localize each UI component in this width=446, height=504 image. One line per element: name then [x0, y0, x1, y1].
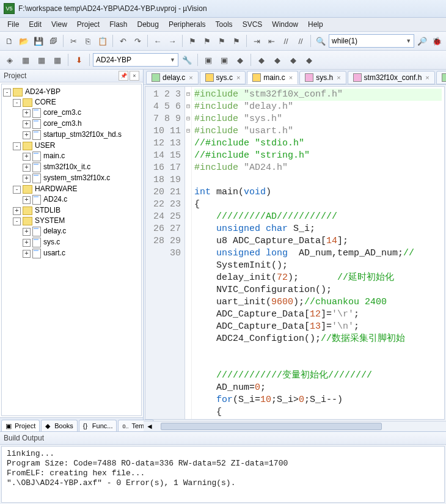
menu-flash[interactable]: Flash [104, 19, 132, 30]
target-combo-text: AD24-YBP [96, 56, 131, 64]
batch-build-button[interactable]: ▦ [50, 53, 65, 67]
menu-tools[interactable]: Tools [211, 19, 238, 30]
tool4-button[interactable]: ◆ [302, 53, 316, 67]
menu-edit[interactable]: Edit [24, 19, 46, 30]
tree-node[interactable]: -HARDWARE [3, 184, 140, 194]
file-tab[interactable]: AD2× [436, 71, 446, 84]
file-tab[interactable]: delay.c× [146, 71, 199, 84]
tree-node[interactable]: +core_cm3.c [3, 108, 140, 119]
build-button[interactable]: ▦ [18, 53, 33, 67]
app-icon: V5 [4, 3, 15, 14]
scroll-left-icon[interactable]: ◄ [146, 422, 153, 431]
file-tab[interactable]: sys.h× [299, 71, 346, 84]
save-button[interactable]: 💾 [32, 34, 45, 48]
comment-button[interactable]: // [279, 34, 293, 48]
body: Project 📌 × -AD24-YBP-CORE+core_cm3.c+co… [0, 70, 446, 431]
tree-node[interactable]: +main.c [3, 151, 140, 162]
nav-fwd-button[interactable]: → [166, 34, 179, 48]
menu-project[interactable]: Project [72, 19, 104, 30]
find-combo-text: while(1) [332, 37, 357, 45]
horizontal-scrollbar[interactable]: ◄ [144, 421, 446, 431]
bookmark-next-button[interactable]: ⚑ [215, 34, 228, 48]
tree-node[interactable]: +core_cm3.h [3, 119, 140, 130]
menu-file[interactable]: File [2, 19, 24, 30]
fold-column[interactable]: ⊟ ⊟ ⊟ ⊟ [185, 87, 192, 419]
open-file-button[interactable]: 📂 [17, 34, 31, 48]
code-editor[interactable]: 1 2 3 4 5 6 7 8 9 10 11 12 13 14 15 16 1… [145, 86, 445, 420]
project-pane-header: Project 📌 × [0, 70, 143, 82]
tool1-button[interactable]: ◆ [254, 53, 269, 67]
bookmark-prev-button[interactable]: ⚑ [200, 34, 214, 48]
tree-node[interactable]: -CORE [3, 97, 140, 108]
code-area[interactable]: #include "stm32f10x_conf.h"#include "del… [192, 87, 444, 419]
tool3-button[interactable]: ◆ [286, 53, 301, 67]
close-icon: × [425, 74, 429, 81]
build-output-header: Build Output [0, 432, 446, 445]
books-button[interactable]: ◆ [233, 53, 247, 67]
pane-close-icon[interactable]: × [130, 71, 139, 81]
build-output-text[interactable]: linking... Program Size: Code=7488 RO-da… [1, 446, 445, 503]
close-icon: × [189, 74, 192, 81]
undo-button[interactable]: ↶ [116, 34, 130, 48]
project-tree[interactable]: -AD24-YBP-CORE+core_cm3.c+core_cm3.h+sta… [1, 84, 142, 416]
uncomment-button[interactable]: // [294, 34, 307, 48]
title-bar: V5 F:\workspace temp\AD24-YBP\AD24-YBP.u… [0, 0, 446, 18]
cut-button[interactable]: ✂ [67, 34, 80, 48]
bottom-tab-books[interactable]: ◆Books [41, 420, 78, 431]
tree-node[interactable]: +sys.c [3, 237, 140, 248]
translate-button[interactable]: ◈ [2, 53, 17, 67]
tool2-button[interactable]: ◆ [270, 53, 285, 67]
debug-button[interactable]: 🐞 [430, 34, 444, 48]
bottom-tab-project[interactable]: ▣Project [1, 420, 40, 431]
copy-button[interactable]: ⎘ [81, 34, 95, 48]
nav-back-button[interactable]: ← [151, 34, 164, 48]
file-tab[interactable]: stm32f10x_conf.h× [348, 71, 435, 84]
menu-view[interactable]: View [46, 19, 72, 30]
tree-node[interactable]: +stm32f10x_it.c [3, 162, 140, 173]
editor-pane: delay.c×sys.c×main.c×sys.h×stm32f10x_con… [144, 70, 446, 431]
tree-node[interactable]: +STDLIB [3, 205, 140, 216]
tree-node[interactable]: +delay.c [3, 226, 140, 237]
tree-node[interactable]: +startup_stm32f10x_hd.s [3, 130, 140, 141]
tree-node[interactable]: +system_stm32f10x.c [3, 173, 140, 184]
bookmark-button[interactable]: ⚑ [186, 34, 199, 48]
outdent-button[interactable]: ⇤ [265, 34, 278, 48]
download-button[interactable]: ⬇ [71, 53, 86, 67]
menu-help[interactable]: Help [303, 19, 328, 30]
project-pane-title: Project [4, 71, 26, 80]
toolbar-main: 🗋 📂 💾 🗊 ✂ ⎘ 📋 ↶ ↷ ← → ⚑ ⚑ ⚑ ⚑ ⇥ ⇤ // // … [0, 32, 446, 51]
redo-button[interactable]: ↷ [131, 34, 144, 48]
find-combo[interactable]: while(1)▼ [329, 34, 414, 48]
tree-node[interactable]: +usart.c [3, 248, 140, 259]
tree-node[interactable]: -USER [3, 141, 140, 151]
paste-button[interactable]: 📋 [96, 34, 109, 48]
chevron-down-icon: ▼ [170, 57, 175, 63]
options-button[interactable]: 🔧 [180, 53, 194, 67]
bookmark-clear-button[interactable]: ⚑ [230, 34, 243, 48]
file-ext-button[interactable]: ▣ [217, 53, 232, 67]
file-tab[interactable]: sys.c× [200, 71, 246, 84]
manage-button[interactable]: ▣ [201, 53, 216, 67]
pane-pin-icon[interactable]: 📌 [119, 71, 128, 81]
menu-debug[interactable]: Debug [133, 19, 164, 30]
indent-button[interactable]: ⇥ [250, 34, 263, 48]
bottom-tab-func[interactable]: {}Func... [79, 420, 117, 431]
tree-node[interactable]: -SYSTEM [3, 216, 140, 226]
scroll-thumb[interactable] [161, 423, 382, 430]
menu-bar: FileEditViewProjectFlashDebugPeripherals… [0, 18, 446, 32]
tree-node[interactable]: -AD24-YBP [3, 87, 140, 97]
menu-window[interactable]: Window [267, 19, 303, 30]
menu-svcs[interactable]: SVCS [238, 19, 268, 30]
file-tab[interactable]: main.c× [247, 71, 298, 84]
menu-peripherals[interactable]: Peripherals [164, 19, 211, 30]
find-in-files-button[interactable]: 🔎 [415, 34, 429, 48]
file-tabs: delay.c×sys.c×main.c×sys.h×stm32f10x_con… [144, 70, 446, 85]
window-title: F:\workspace temp\AD24-YBP\AD24-YBP.uvpr… [18, 4, 207, 13]
target-combo[interactable]: AD24-YBP▼ [93, 53, 178, 67]
rebuild-button[interactable]: ▦ [34, 53, 49, 67]
project-bottom-tabs: ▣Project◆Books{}Func...0..Tem... [0, 417, 143, 431]
save-all-button[interactable]: 🗊 [46, 34, 60, 48]
tree-node[interactable]: +AD24.c [3, 194, 140, 205]
new-file-button[interactable]: 🗋 [2, 34, 16, 48]
find-button[interactable]: 🔍 [314, 34, 327, 48]
